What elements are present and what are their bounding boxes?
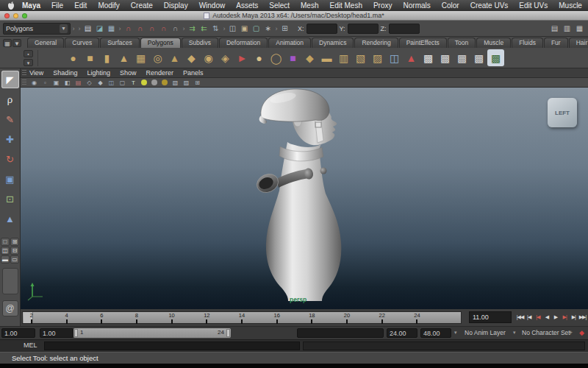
snap-to-curve-icon[interactable]: ∩ xyxy=(135,23,146,34)
z-input[interactable] xyxy=(389,24,420,34)
y-input[interactable] xyxy=(348,24,379,34)
group-divider[interactable] xyxy=(117,25,123,32)
render-settings-icon[interactable]: ∗ xyxy=(262,23,273,34)
save-scene-icon[interactable]: ▦ xyxy=(106,23,117,34)
menu-create-uvs[interactable]: Create UVs xyxy=(470,1,509,10)
make-live-icon[interactable]: ∩ xyxy=(170,23,181,34)
shelf-tab-muscle[interactable]: Muscle xyxy=(476,38,511,48)
combine-icon[interactable]: ► xyxy=(234,49,251,66)
snap-to-plane-icon[interactable]: ∩ xyxy=(158,23,169,34)
apple-icon[interactable] xyxy=(7,1,15,10)
extrude-icon[interactable]: ▲ xyxy=(403,49,420,66)
empty-field[interactable] xyxy=(297,328,384,338)
channel-box-toggle-icon[interactable]: ▦ xyxy=(574,23,585,34)
model-helmet[interactable] xyxy=(261,89,329,121)
shelf-tab-fluids[interactable]: Fluids xyxy=(512,38,543,48)
wireframe-icon[interactable]: ◇ xyxy=(85,79,94,87)
shelf-tab-general[interactable]: General xyxy=(27,38,64,48)
play-backwards-button[interactable]: ◀ xyxy=(542,311,551,323)
playback-start-field[interactable] xyxy=(40,328,74,338)
insert-edge-loop-icon[interactable]: ◫ xyxy=(386,49,403,66)
shelf-tab-fur[interactable]: Fur xyxy=(544,38,568,48)
use-default-material-icon[interactable]: ◫ xyxy=(107,79,116,87)
current-time-field[interactable] xyxy=(469,311,512,323)
snap-to-point-icon[interactable]: ∩ xyxy=(146,23,157,34)
select-camera-icon[interactable]: ◉ xyxy=(29,79,39,87)
shelf-tab-deformation[interactable]: Deformation xyxy=(219,38,268,48)
menu-edit-mesh[interactable]: Edit Mesh xyxy=(329,1,362,10)
uv-planar-icon[interactable]: ▩ xyxy=(437,49,453,66)
last-tool-icon[interactable]: @ xyxy=(2,300,18,316)
triangulate-icon[interactable]: ◆ xyxy=(301,49,318,66)
bookmarks-icon[interactable]: ◧ xyxy=(62,79,72,87)
group-divider[interactable] xyxy=(221,25,227,32)
poly-cone-icon[interactable]: ▲ xyxy=(115,49,132,66)
poly-sphere-icon[interactable]: ● xyxy=(65,49,82,66)
hypershade-layout[interactable]: ▬ xyxy=(1,255,10,263)
shadows-icon[interactable] xyxy=(151,79,157,85)
screen-space-ao-icon[interactable] xyxy=(162,79,168,85)
textured-icon[interactable]: T xyxy=(129,79,138,87)
cut-faces-icon[interactable]: ▥ xyxy=(335,49,352,66)
range-handle-left[interactable] xyxy=(74,329,78,337)
panel-menu-show[interactable]: Show xyxy=(120,69,137,77)
panel-menu-shading[interactable]: Shading xyxy=(53,69,77,77)
go-to-start-button[interactable]: |◀◀ xyxy=(516,311,524,323)
panel-menu-panels[interactable]: Panels xyxy=(183,69,204,77)
model-torso[interactable] xyxy=(266,142,341,301)
step-back-frame-button[interactable]: |◀ xyxy=(525,311,533,323)
menu-edit-uvs[interactable]: Edit UVs xyxy=(519,1,548,10)
shelf-tab-subdivs[interactable]: Subdivs xyxy=(182,38,218,48)
menu-select[interactable]: Select xyxy=(269,1,290,10)
command-line-input[interactable] xyxy=(44,342,300,350)
menu-mesh[interactable]: Mesh xyxy=(301,1,318,10)
isolate-select-icon[interactable]: ▧ xyxy=(171,79,180,87)
zoom-window-button[interactable] xyxy=(22,13,27,18)
menu-modify[interactable]: Modify xyxy=(98,1,119,10)
auto-keyframe-icon[interactable]: ◆ xyxy=(577,328,587,338)
close-window-button[interactable] xyxy=(4,13,10,18)
panel-grip[interactable] xyxy=(22,70,26,77)
command-line-result[interactable] xyxy=(303,342,585,350)
quadrangulate-icon[interactable]: ▬ xyxy=(318,49,335,66)
shelf-tab-polygons[interactable]: Polygons xyxy=(140,38,181,48)
poly-cube-icon[interactable]: ■ xyxy=(82,49,98,66)
lasso-tool[interactable]: ρ xyxy=(1,91,19,108)
menu-display[interactable]: Display xyxy=(164,1,188,10)
shelf-tab-dynamics[interactable]: Dynamics xyxy=(312,38,354,48)
xray-icon[interactable]: ▨ xyxy=(182,79,191,87)
shaded-icon[interactable]: ◆ xyxy=(96,79,105,87)
paint-selection-tool[interactable]: ✎ xyxy=(1,110,19,128)
step-forward-key-button[interactable]: ▶| xyxy=(561,311,569,323)
view-cube-left[interactable]: LEFT xyxy=(548,98,577,127)
animation-end-field[interactable] xyxy=(420,328,451,338)
four-pane-layout[interactable]: ⊞ xyxy=(10,238,19,246)
output-connections-icon[interactable]: ⇇ xyxy=(198,23,209,34)
playback-end-field[interactable] xyxy=(387,328,417,338)
group-divider[interactable] xyxy=(76,25,82,32)
field-chart-icon[interactable]: ⊞ xyxy=(193,79,202,87)
attribute-editor-toggle-icon[interactable]: ▤ xyxy=(549,23,560,34)
snap-mode-icon[interactable]: ⊞ xyxy=(279,23,290,34)
use-all-lights-icon[interactable] xyxy=(141,79,147,85)
shelf-arrow-icon[interactable]: ▾ xyxy=(24,59,33,66)
shelf-tab-animation[interactable]: Animation xyxy=(268,38,311,48)
snap-to-grid-icon[interactable]: ∩ xyxy=(123,23,134,34)
input-connections-icon[interactable]: ⇉ xyxy=(187,23,198,34)
time-slider-ruler[interactable]: 24681012141618202224 xyxy=(22,311,462,324)
poly-plane-icon[interactable]: ▦ xyxy=(132,49,149,66)
toolbar-grip[interactable] xyxy=(22,79,26,86)
shelf-tab-toon[interactable]: Toon xyxy=(448,38,476,48)
menu-normals[interactable]: Normals xyxy=(404,1,431,10)
menu-assets[interactable]: Assets xyxy=(236,1,258,10)
play-forwards-button[interactable]: ▶ xyxy=(552,311,560,323)
viewport-3d-canvas[interactable]: LEFT persp xyxy=(21,88,588,309)
group-divider[interactable] xyxy=(71,25,76,32)
poly-cylinder-icon[interactable]: ▮ xyxy=(98,49,115,66)
subdiv-proxy-icon[interactable]: ◯ xyxy=(268,49,284,66)
tool-settings-toggle-icon[interactable]: ▥ xyxy=(562,23,573,34)
single-pane-layout[interactable]: □ xyxy=(1,238,10,246)
rotate-tool[interactable]: ↻ xyxy=(1,150,19,168)
minimize-window-button[interactable] xyxy=(13,13,18,18)
ipr-render-icon[interactable]: ▢ xyxy=(251,23,262,34)
